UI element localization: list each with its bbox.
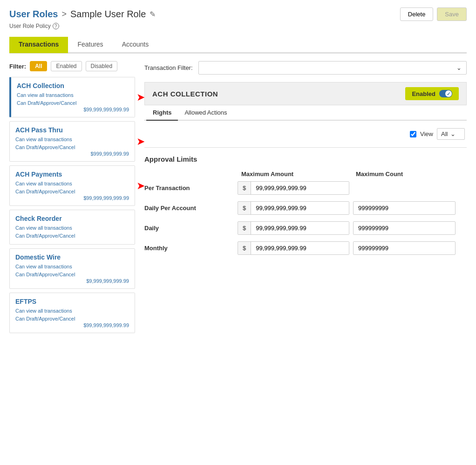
- main-tabs: Transactions Features Accounts: [9, 37, 467, 53]
- tx-item-detail1: Can view all transactions: [15, 136, 129, 144]
- subtitle-row: User Role Policy ?: [9, 23, 467, 29]
- col-max-count: Maximum Count: [352, 171, 467, 178]
- toggle-switch[interactable]: ✓: [439, 90, 452, 97]
- tx-item-check-reorder[interactable]: Check Reorder Can view all transactions …: [9, 210, 135, 245]
- limit-amount-group: $: [238, 241, 349, 255]
- tx-item-detail1: Can view all transactions: [15, 307, 129, 315]
- view-divider: [144, 147, 467, 148]
- daily-count-input[interactable]: [353, 221, 456, 235]
- right-panel: Transaction Filter: ⌄ ACH COLLECTION Ena…: [135, 61, 467, 337]
- limit-amount-group: $: [238, 181, 349, 195]
- save-button[interactable]: Save: [437, 7, 467, 21]
- page-title: Sample User Role: [70, 9, 146, 20]
- toggle-check-icon: ✓: [447, 91, 450, 96]
- section-title: ACH COLLECTION: [152, 90, 218, 98]
- filter-disabled-button[interactable]: Disabled: [86, 61, 118, 71]
- limit-row-per-transaction: Per Transaction $: [144, 181, 467, 195]
- edit-icon[interactable]: ✎: [150, 10, 156, 19]
- tx-item-eftps[interactable]: EFTPS Can view all transactions Can Draf…: [9, 293, 135, 333]
- enabled-label: Enabled: [412, 90, 435, 97]
- sub-tab-allowed-actions[interactable]: Allowed Actions: [178, 105, 233, 120]
- tx-item-amount: $99,999,999,999.99: [17, 107, 129, 112]
- tx-item-detail2: Can Draft/Approve/Cancel: [17, 99, 129, 107]
- tx-item-title: Check Reorder: [15, 215, 129, 222]
- currency-symbol: $: [238, 242, 251, 254]
- enabled-toggle[interactable]: Enabled ✓: [405, 87, 459, 100]
- limit-row-daily: Daily $: [144, 221, 467, 235]
- monthly-amount-input[interactable]: [251, 242, 349, 254]
- page-container: User Roles > Sample User Role ✎ Delete S…: [0, 0, 476, 344]
- info-icon[interactable]: ?: [53, 23, 59, 29]
- tx-item-amount: $999,999,999.99: [15, 151, 129, 157]
- breadcrumb-separator: >: [62, 9, 67, 19]
- sub-tabs: Rights Allowed Actions: [144, 105, 467, 121]
- tx-item-title: Domestic Wire: [15, 253, 129, 261]
- limit-amount-group: $: [238, 221, 349, 235]
- transaction-filter-dropdown-icon: ⌄: [456, 64, 462, 71]
- transaction-filter-label: Transaction Filter:: [144, 64, 193, 71]
- view-checkbox[interactable]: [410, 131, 416, 137]
- filter-label: Filter:: [9, 63, 26, 70]
- tx-item-amount: $9,999,999,999.99: [15, 278, 129, 284]
- subtitle-text: User Role Policy: [9, 23, 51, 29]
- limit-label: Per Transaction: [144, 185, 238, 191]
- currency-symbol: $: [238, 202, 251, 214]
- breadcrumb-link[interactable]: User Roles: [9, 9, 58, 20]
- header-buttons: Delete Save: [400, 7, 467, 21]
- daily-per-account-count-input[interactable]: [353, 201, 456, 215]
- tx-item-title: ACH Collection: [17, 82, 129, 89]
- toggle-knob: ✓: [445, 90, 452, 97]
- transaction-filter-row: Transaction Filter: ⌄: [144, 61, 467, 75]
- limit-amount-group: $: [238, 201, 349, 215]
- limits-header: Maximum Amount Maximum Count: [144, 171, 467, 178]
- section-header: ACH COLLECTION Enabled ✓: [144, 82, 467, 105]
- view-select-value: All: [441, 130, 448, 137]
- filter-enabled-button[interactable]: Enabled: [51, 61, 82, 71]
- currency-symbol: $: [238, 222, 251, 234]
- tx-item-ach-collection[interactable]: ACH Collection Can view all transactions…: [9, 77, 135, 117]
- filter-all-button[interactable]: All: [30, 61, 47, 71]
- tx-item-detail2: Can Draft/Approve/Cancel: [15, 144, 129, 151]
- tx-item-detail2: Can Draft/Approve/Cancel: [15, 315, 129, 323]
- tx-item-ach-payments[interactable]: ACH Payments Can view all transactions C…: [9, 165, 135, 206]
- page-header: User Roles > Sample User Role ✎ Delete S…: [9, 7, 467, 21]
- tx-item-detail1: Can view all transactions: [17, 91, 129, 99]
- tx-item-detail1: Can view all transactions: [15, 224, 129, 232]
- tab-divider: [9, 53, 467, 54]
- tx-item-detail2: Can Draft/Approve/Cancel: [15, 188, 129, 196]
- daily-per-account-amount-input[interactable]: [251, 202, 349, 214]
- left-panel: Filter: All Enabled Disabled ACH Collect…: [9, 61, 135, 337]
- transaction-filter-select[interactable]: ⌄: [198, 61, 467, 75]
- tab-features[interactable]: Features: [68, 37, 112, 53]
- monthly-count-input[interactable]: [353, 241, 456, 255]
- breadcrumb: User Roles > Sample User Role ✎: [9, 9, 156, 20]
- tx-item-detail2: Can Draft/Approve/Cancel: [15, 271, 129, 279]
- col-max-amount: Maximum Amount: [238, 171, 352, 178]
- limit-label: Daily Per Account: [144, 205, 238, 212]
- tab-transactions[interactable]: Transactions: [9, 37, 68, 53]
- tab-accounts[interactable]: Accounts: [113, 37, 158, 53]
- sub-tab-rights[interactable]: Rights: [146, 105, 178, 121]
- delete-button[interactable]: Delete: [400, 7, 434, 21]
- view-label: View: [420, 130, 433, 137]
- tx-item-domestic-wire[interactable]: Domestic Wire Can view all transactions …: [9, 248, 135, 289]
- limit-row-monthly: Monthly $: [144, 241, 467, 255]
- approval-limits-title: Approval Limits: [144, 155, 467, 163]
- tx-item-amount: $99,999,999,999.99: [15, 322, 129, 328]
- tx-item-title: EFTPS: [15, 298, 129, 305]
- limit-label: Daily: [144, 225, 238, 232]
- limits-col-label: [144, 171, 238, 178]
- daily-amount-input[interactable]: [251, 222, 349, 234]
- tx-item-title: ACH Payments: [15, 171, 129, 178]
- currency-symbol: $: [238, 182, 251, 194]
- view-select[interactable]: All ⌄: [437, 128, 465, 140]
- main-content: Filter: All Enabled Disabled ACH Collect…: [9, 61, 467, 337]
- view-dropdown-icon: ⌄: [450, 130, 456, 137]
- limit-row-daily-per-account: Daily Per Account $: [144, 201, 467, 215]
- tx-item-detail2: Can Draft/Approve/Cancel: [15, 232, 129, 240]
- view-row: View All ⌄: [144, 128, 467, 140]
- per-transaction-amount-input[interactable]: [251, 182, 349, 194]
- tx-item-ach-pass-thru[interactable]: ACH Pass Thru Can view all transactions …: [9, 121, 135, 162]
- limit-label: Monthly: [144, 245, 238, 252]
- tx-item-detail1: Can view all transactions: [15, 180, 129, 188]
